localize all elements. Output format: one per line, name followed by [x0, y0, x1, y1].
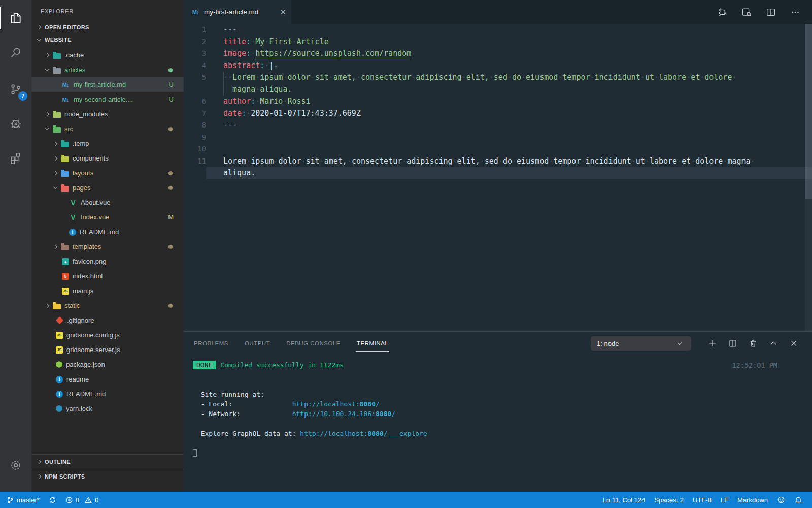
terminal-link[interactable]: 8080	[360, 400, 376, 408]
tree-item-layouts[interactable]: layouts	[31, 166, 184, 180]
tree-item-label: gridsome.server.js	[66, 346, 120, 354]
indentation-item[interactable]: Spaces: 2	[650, 496, 688, 504]
tree-item-label: components	[73, 154, 109, 162]
tree-item-README.md[interactable]: iREADME.md	[31, 387, 184, 401]
editor-pane[interactable]: 1---2title:·My·First·Article3image:·http…	[184, 24, 812, 331]
maximize-panel-icon[interactable]	[763, 339, 784, 348]
terminal-link[interactable]: 8080	[376, 410, 391, 418]
tree-item-readme[interactable]: ireadme	[31, 372, 184, 387]
kill-terminal-icon[interactable]	[743, 339, 763, 348]
feedback-item[interactable]	[772, 496, 790, 504]
folder-icon	[61, 142, 69, 147]
code-line: 10	[184, 143, 812, 155]
git-modified-dot	[168, 304, 173, 308]
tree-item-yarn.lock[interactable]: yarn.lock	[31, 401, 184, 416]
website-section[interactable]: WEBSITE	[31, 34, 184, 46]
tree-item-gridsome.config.js[interactable]: JSgridsome.config.js	[31, 328, 184, 342]
close-tab-icon[interactable]: ✕	[280, 8, 286, 17]
folder-icon	[61, 245, 69, 250]
tree-item-Index.vue[interactable]: VIndex.vueM	[31, 210, 184, 225]
terminal-link[interactable]: http://localhost:	[300, 430, 367, 437]
chevron-right-icon	[45, 303, 49, 307]
npm-scripts-label: NPM SCRIPTS	[45, 473, 85, 480]
settings-gear-icon[interactable]	[0, 451, 31, 480]
scrollbar-slider[interactable]	[805, 24, 812, 199]
terminal-content[interactable]: DONECompiled successfully in 1122ms Site…	[184, 355, 812, 458]
panel-tab-debug-console[interactable]: DEBUG CONSOLE	[285, 337, 342, 350]
tree-item-package.json[interactable]: package.json	[31, 357, 184, 372]
chevron-down-icon	[45, 126, 49, 130]
debug-icon[interactable]	[0, 109, 31, 138]
editor-actions	[717, 0, 812, 24]
eol-item[interactable]: LF	[716, 496, 733, 504]
new-terminal-icon[interactable]	[702, 339, 723, 348]
tree-item-my-second-article....[interactable]: M↓my-second-article....U	[31, 92, 184, 107]
folder-icon	[53, 127, 61, 133]
folder-icon	[53, 68, 61, 74]
js-icon: JS	[62, 288, 69, 295]
explorer-icon[interactable]	[0, 4, 31, 33]
language-mode-item[interactable]: Markdown	[733, 496, 772, 504]
tree-item-.temp[interactable]: .temp	[31, 136, 184, 151]
tree-item-README.md[interactable]: iREADME.md	[31, 225, 184, 239]
problems-item[interactable]: 0 0	[61, 496, 103, 504]
close-panel-icon[interactable]	[784, 339, 804, 348]
tree-item-label: .temp	[73, 140, 89, 147]
terminal-link[interactable]: http://10.100.24.106:	[292, 410, 376, 418]
tree-item-label: README.md	[80, 228, 119, 236]
npm-scripts-section[interactable]: NPM SCRIPTS	[31, 469, 184, 484]
tree-item-pages[interactable]: pages	[31, 180, 184, 195]
encoding-item[interactable]: UTF-8	[688, 496, 716, 504]
activity-bar: 7	[0, 0, 31, 492]
split-editor-icon[interactable]	[765, 7, 776, 18]
notifications-item[interactable]	[790, 496, 807, 504]
tree-item-components[interactable]: components	[31, 151, 184, 166]
indent-label: Spaces: 2	[654, 496, 684, 504]
terminal-selector[interactable]: 1: node	[591, 336, 691, 351]
open-changes-icon[interactable]	[717, 7, 728, 18]
smiley-icon	[777, 496, 785, 504]
tree-item-node_modules[interactable]: node_modules	[31, 107, 184, 121]
tree-item-articles[interactable]: articles	[31, 62, 184, 77]
tab-my-first-article[interactable]: M↓ my-first-article.md ✕	[184, 0, 291, 24]
tree-item-main.js[interactable]: JSmain.js	[31, 283, 184, 298]
tree-item-static[interactable]: static	[31, 298, 184, 313]
panel-tab-problems[interactable]: PROBLEMS	[193, 337, 229, 350]
panel-controls: 1: node	[591, 336, 804, 351]
tree-item-src[interactable]: src	[31, 121, 184, 136]
tree-item-index.html[interactable]: 5index.html	[31, 269, 184, 283]
git-branch-item[interactable]: master*	[2, 496, 44, 504]
terminal-link[interactable]: 8080	[367, 430, 383, 437]
split-terminal-icon[interactable]	[723, 339, 743, 348]
tree-item-my-first-article.md[interactable]: M↓my-first-article.mdU	[31, 77, 184, 92]
code-line: 7date:·2020-01-07T17:43:37.669Z	[184, 108, 812, 120]
outline-section[interactable]: OUTLINE	[31, 454, 184, 469]
tree-item-favicon.png[interactable]: ▲favicon.png	[31, 254, 184, 269]
tab-label: my-first-article.md	[204, 8, 258, 16]
tree-item-gridsome.server.js[interactable]: JSgridsome.server.js	[31, 342, 184, 357]
terminal-link[interactable]: http://localhost:	[292, 400, 360, 408]
tree-item-templates[interactable]: templates	[31, 239, 184, 254]
terminal-link[interactable]: /	[376, 400, 380, 408]
folder-icon	[61, 156, 69, 162]
sync-item[interactable]	[44, 496, 61, 504]
tree-item-.gitignore[interactable]: .gitignore	[31, 313, 184, 328]
open-editors-label: OPEN EDITORS	[45, 24, 89, 30]
terminal-link[interactable]: /	[391, 410, 395, 418]
cursor-position-item[interactable]: Ln 11, Col 124	[598, 496, 650, 504]
panel-tab-terminal[interactable]: TERMINAL	[356, 337, 389, 350]
terminal-link[interactable]: /___explore	[384, 430, 427, 437]
info-icon: i	[56, 391, 63, 398]
tree-item-About.vue[interactable]: VAbout.vue	[31, 195, 184, 210]
more-actions-icon[interactable]	[790, 7, 801, 18]
tree-item-label: Index.vue	[81, 213, 109, 221]
open-preview-icon[interactable]	[741, 7, 752, 18]
chevron-right-icon	[53, 141, 57, 145]
search-icon[interactable]	[0, 39, 31, 67]
panel-tab-output[interactable]: OUTPUT	[244, 337, 271, 350]
tree-item-.cache[interactable]: .cache	[31, 48, 184, 62]
open-editors-section[interactable]: OPEN EDITORS	[31, 21, 184, 34]
extensions-icon[interactable]	[0, 144, 31, 172]
source-control-icon[interactable]: 7	[0, 75, 31, 104]
folder-icon	[53, 304, 61, 309]
